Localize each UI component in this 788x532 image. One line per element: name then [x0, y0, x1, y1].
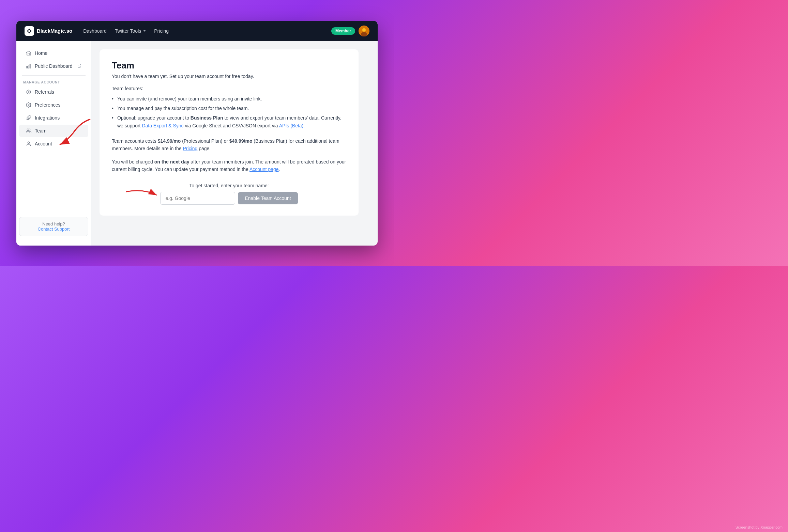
feature-item-3: Optional: upgrade your account to Busine… — [112, 113, 346, 130]
red-arrow-2 — [123, 187, 160, 204]
page-subtitle: You don't have a team yet. Set up your t… — [112, 74, 346, 79]
features-list: You can invite (and remove) your team me… — [112, 94, 346, 131]
home-icon — [26, 50, 31, 56]
team-form-inputs: Enable Team Account — [160, 192, 298, 205]
gear-icon — [26, 102, 31, 108]
navbar-right: Member — [331, 26, 369, 36]
enable-team-account-button[interactable]: Enable Team Account — [238, 192, 298, 204]
help-box[interactable]: Need help? Contact Support — [19, 217, 88, 236]
external-link-icon — [77, 64, 81, 68]
nav-pricing[interactable]: Pricing — [154, 28, 169, 34]
app-window: BlackMagic.so Dashboard Twitter Tools Pr… — [16, 21, 378, 246]
svg-point-3 — [362, 28, 366, 32]
dollar-circle-icon — [26, 89, 31, 95]
users-icon — [26, 128, 31, 134]
sidebar-bottom: Need help? Contact Support — [16, 213, 91, 240]
sidebar-item-team[interactable]: Team — [19, 125, 88, 137]
billing-paragraph: You will be charged on the next day afte… — [112, 158, 346, 173]
navbar: BlackMagic.so Dashboard Twitter Tools Pr… — [16, 21, 378, 41]
svg-line-8 — [79, 64, 81, 66]
svg-point-10 — [28, 104, 29, 106]
help-title: Need help? — [25, 221, 82, 226]
svg-rect-5 — [27, 66, 28, 68]
member-badge: Member — [331, 27, 355, 35]
sidebar: Home Public Dashboard MANAGE ACCOUNT Ref… — [16, 41, 91, 246]
navbar-links: Dashboard Twitter Tools Pricing — [83, 28, 320, 34]
manage-account-label: MANAGE ACCOUNT — [16, 78, 91, 85]
puzzle-icon — [26, 115, 31, 121]
pricing-paragraph: Team accounts costs $14.99/mo (Professio… — [112, 137, 346, 153]
features-title: Team features: — [112, 86, 346, 91]
feature-item-2: You manage and pay the subscription cost… — [112, 104, 346, 113]
person-icon — [26, 141, 31, 146]
sidebar-divider-1 — [22, 75, 86, 76]
feature-item-1: You can invite (and remove) your team me… — [112, 94, 346, 104]
sidebar-item-account[interactable]: Account — [19, 138, 88, 150]
data-export-link[interactable]: Data Export & Sync — [142, 123, 183, 128]
sidebar-item-integrations[interactable]: Integrations — [19, 112, 88, 124]
content-area: Team You don't have a team yet. Set up y… — [91, 41, 378, 246]
svg-rect-6 — [28, 65, 29, 68]
content-card: Team You don't have a team yet. Set up y… — [100, 49, 359, 216]
svg-point-1 — [28, 30, 30, 32]
sidebar-divider-2 — [22, 153, 86, 153]
team-form: To get started, enter your team name: — [112, 183, 346, 205]
chevron-down-icon — [143, 30, 146, 32]
brand-logo — [25, 26, 34, 36]
main-layout: Home Public Dashboard MANAGE ACCOUNT Ref… — [16, 41, 378, 246]
apis-beta-link[interactable]: APIs (Beta) — [279, 123, 304, 128]
sidebar-item-referrals[interactable]: Referrals — [19, 86, 88, 98]
svg-point-12 — [28, 142, 29, 143]
svg-rect-7 — [30, 64, 31, 68]
avatar[interactable] — [359, 26, 369, 36]
nav-twitter-tools[interactable]: Twitter Tools — [115, 28, 146, 34]
svg-point-11 — [27, 129, 29, 130]
team-name-input[interactable] — [160, 192, 235, 205]
bar-chart-icon — [26, 63, 31, 69]
sidebar-item-public-dashboard[interactable]: Public Dashboard — [19, 60, 88, 72]
form-label: To get started, enter your team name: — [189, 183, 269, 188]
contact-support-link[interactable]: Contact Support — [25, 226, 82, 232]
nav-dashboard[interactable]: Dashboard — [83, 28, 107, 34]
red-arrow-1 — [91, 116, 97, 150]
brand[interactable]: BlackMagic.so — [25, 26, 72, 36]
sidebar-item-home[interactable]: Home — [19, 47, 88, 59]
pricing-link[interactable]: Pricing — [183, 146, 198, 151]
page-title: Team — [112, 60, 346, 71]
account-page-link[interactable]: Account page — [249, 167, 279, 172]
brand-text: BlackMagic.so — [37, 28, 72, 34]
sidebar-item-preferences[interactable]: Preferences — [19, 99, 88, 111]
